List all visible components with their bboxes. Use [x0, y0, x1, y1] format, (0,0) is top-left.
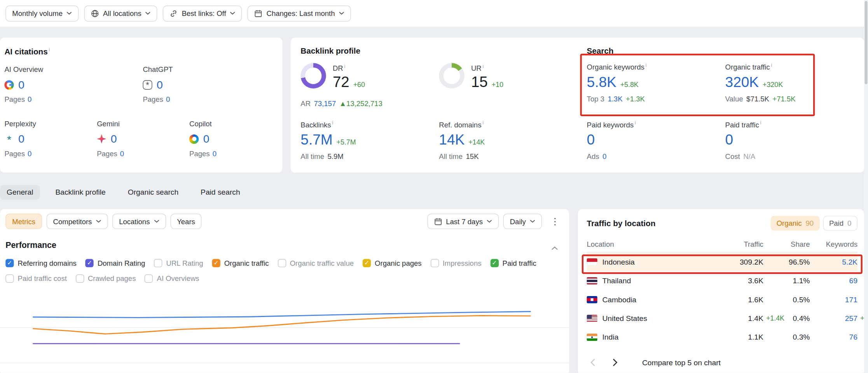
- paid-toggle-button[interactable]: Paid 0: [823, 216, 858, 230]
- next-page-icon[interactable]: [610, 357, 621, 368]
- checkbox-box[interactable]: [86, 259, 94, 267]
- checkbox-box[interactable]: [363, 259, 371, 267]
- checkbox-box[interactable]: [145, 274, 153, 282]
- checkbox-label: Domain Rating: [98, 259, 145, 267]
- keywords-link[interactable]: 76: [849, 333, 858, 341]
- keywords-link[interactable]: 5.2K: [842, 258, 858, 266]
- metric-checkbox-organic-traffic[interactable]: Organic traffic: [212, 259, 269, 267]
- metric-checkbox-organic-traffic-value[interactable]: Organic traffic value: [278, 259, 354, 267]
- metric-checkbox-organic-pages[interactable]: Organic pages: [363, 259, 422, 267]
- pages-count[interactable]: 0: [28, 95, 31, 103]
- top3-label: Top 3: [587, 95, 604, 103]
- pages-count[interactable]: 0: [166, 95, 170, 103]
- locations-filter-dropdown[interactable]: Locations: [112, 214, 166, 229]
- checkbox-label: Paid traffic: [503, 259, 536, 267]
- checkbox-box[interactable]: [212, 259, 220, 267]
- country-name: United States: [602, 314, 647, 322]
- pages-count[interactable]: 0: [28, 150, 31, 158]
- granularity-dropdown[interactable]: Daily: [503, 214, 542, 229]
- keywords-link[interactable]: 257: [845, 314, 858, 322]
- metric-checkbox-crawled-pages[interactable]: Crawled pages: [76, 274, 136, 282]
- metric-checkbox-impressions[interactable]: Impressions: [430, 259, 481, 267]
- url-rating-block: UR 15 +10: [439, 63, 503, 91]
- location-row-indonesia[interactable]: Indonesia 309.2K 96.5% 5.2K: [587, 252, 858, 271]
- country-name: Thailand: [602, 276, 631, 284]
- checkbox-label: Impressions: [443, 259, 482, 267]
- traffic-by-location-title: Traffic by location: [587, 219, 656, 228]
- metric-checkbox-ai-overviews[interactable]: AI Overviews: [145, 274, 199, 282]
- checkbox-box[interactable]: [430, 259, 438, 267]
- performance-chart-svg: [0, 296, 569, 373]
- ar-value[interactable]: 73,157: [314, 99, 336, 108]
- keywords-cell: 171: [810, 295, 857, 303]
- checkbox-box[interactable]: [154, 259, 162, 267]
- metric-checkbox-url-rating[interactable]: URL Rating: [154, 259, 203, 267]
- metric-checkbox-paid-traffic[interactable]: Paid traffic: [490, 259, 536, 267]
- organic-toggle-button[interactable]: Organic 90: [770, 216, 820, 230]
- top3-delta: +1.3K: [626, 95, 645, 103]
- alltime-value: 15K: [466, 152, 479, 160]
- ai-citations-count[interactable]: 0: [18, 78, 24, 91]
- scrollbar-thumb[interactable]: [865, 1, 867, 84]
- volume-mode-dropdown[interactable]: Monthly volume: [5, 5, 79, 21]
- locations-dropdown[interactable]: All locations: [84, 5, 158, 21]
- compare-top5-link[interactable]: Compare top 5 on chart: [642, 358, 721, 366]
- ai-citations-count[interactable]: 0: [157, 78, 163, 91]
- ads-value[interactable]: 0: [603, 152, 606, 160]
- checkbox-box[interactable]: [5, 259, 14, 267]
- keywords-cell: 257+255: [810, 314, 857, 322]
- location-row-cambodia[interactable]: Cambodia 1.6K 0.5% 171: [587, 290, 858, 309]
- ref-domains-value[interactable]: 14K: [439, 131, 465, 148]
- metric-checkbox-referring-domains[interactable]: Referring domains: [5, 259, 77, 267]
- organic-keywords-value[interactable]: 5.8K: [587, 73, 617, 91]
- checkbox-box[interactable]: [490, 259, 498, 267]
- tab-organic-search[interactable]: Organic search: [121, 185, 185, 199]
- keywords-link[interactable]: 69: [849, 276, 858, 284]
- alltime-value: 5.9M: [328, 152, 344, 160]
- checkbox-box[interactable]: [278, 259, 286, 267]
- traffic-by-location-panel: Traffic by location Organic 90 Paid 0 Lo…: [578, 209, 864, 373]
- backlink-search-panel: Backlink profile DR 72 +60 AR 73,157 ▲13…: [291, 38, 864, 173]
- paid-keywords-value[interactable]: 0: [587, 131, 595, 148]
- best-links-dropdown[interactable]: Best links: Off: [163, 5, 242, 21]
- pages-count[interactable]: 0: [213, 150, 217, 158]
- backlinks-value[interactable]: 5.7M: [300, 131, 332, 148]
- years-button[interactable]: Years: [170, 214, 202, 229]
- top3-value[interactable]: 1.3K: [608, 95, 622, 103]
- traffic-type-toggle: Organic 90 Paid 0: [770, 216, 858, 230]
- share-cell: 1.1%: [763, 276, 810, 284]
- changes-dropdown[interactable]: Changes: Last month: [248, 5, 351, 21]
- pages-label: Pages: [143, 95, 163, 103]
- paid-toggle-label: Paid: [829, 219, 844, 227]
- paid-traffic-value[interactable]: 0: [725, 131, 734, 148]
- flag-th-icon: [587, 277, 597, 284]
- checkbox-box[interactable]: [76, 274, 84, 282]
- pages-count[interactable]: 0: [120, 150, 124, 158]
- tab-backlink-profile[interactable]: Backlink profile: [49, 185, 112, 199]
- locations-table-body: Indonesia 309.2K 96.5% 5.2K Thailand 3.6…: [587, 252, 858, 346]
- ai-source-label: Gemini: [97, 120, 120, 128]
- metrics-button[interactable]: Metrics: [5, 214, 42, 229]
- location-row-thailand[interactable]: Thailand 3.6K 1.1% 69: [587, 271, 858, 290]
- value-label: Value: [725, 95, 743, 103]
- ai-citations-count[interactable]: 0: [111, 132, 117, 145]
- checkbox-box[interactable]: [5, 274, 14, 282]
- location-row-united-states[interactable]: United States 1.4K+1.4K 0.4% 257+255: [587, 309, 858, 328]
- tab-general[interactable]: General: [0, 185, 40, 199]
- organic-traffic-value[interactable]: 320K: [725, 73, 759, 91]
- keywords-cell: 76: [810, 333, 857, 341]
- ai-citations-count[interactable]: 0: [18, 132, 24, 145]
- collapse-section-icon[interactable]: [551, 242, 558, 253]
- metric-checkbox-paid-traffic-cost[interactable]: Paid traffic cost: [5, 274, 67, 282]
- date-range-dropdown[interactable]: Last 7 days: [427, 214, 499, 229]
- ai-citations-count[interactable]: 0: [203, 132, 210, 145]
- competitors-dropdown[interactable]: Competitors: [46, 214, 108, 229]
- more-options-icon[interactable]: ⋮: [547, 216, 564, 227]
- tab-paid-search[interactable]: Paid search: [194, 185, 247, 199]
- keywords-link[interactable]: 171: [845, 295, 858, 303]
- traffic-cell: 1.1K: [698, 333, 763, 341]
- location-row-india[interactable]: India 1.1K 0.3% 76: [587, 328, 858, 346]
- metric-checkbox-domain-rating[interactable]: Domain Rating: [86, 259, 145, 267]
- share-cell: 0.3%: [763, 333, 810, 341]
- prev-page-icon[interactable]: [587, 357, 599, 368]
